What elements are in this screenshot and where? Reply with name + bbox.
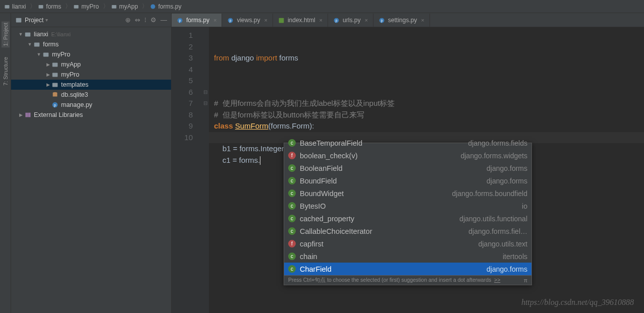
completion-item[interactable]: cchainitertools xyxy=(284,250,531,263)
expand-arrow[interactable]: ▶ xyxy=(44,82,51,87)
completion-kind-icon: c xyxy=(288,215,296,222)
completion-item[interactable]: cBoundWidgetdjango.forms.boundfield xyxy=(284,187,531,200)
locate-icon[interactable]: ⊕ xyxy=(125,16,131,24)
svg-rect-6 xyxy=(25,33,31,37)
py-icon: p xyxy=(177,17,183,24)
svg-text:p: p xyxy=(54,103,56,107)
tree-node[interactable]: ▼forms xyxy=(11,39,171,49)
tree-node[interactable]: ▶External Libraries xyxy=(11,110,171,120)
breadcrumb-item[interactable]: forms.py xyxy=(150,3,181,10)
completion-kind-icon: f xyxy=(288,240,296,247)
svg-rect-7 xyxy=(34,43,40,47)
tree-node[interactable]: db.sqlite3 xyxy=(11,90,171,100)
close-tab-icon[interactable]: × xyxy=(319,17,323,23)
svg-rect-8 xyxy=(43,53,49,57)
gear-icon[interactable]: ⚙ xyxy=(150,16,156,24)
expand-arrow[interactable]: ▶ xyxy=(44,62,51,67)
py-icon: p xyxy=(333,17,340,24)
expand-arrow[interactable]: ▶ xyxy=(44,72,51,77)
close-tab-icon[interactable]: × xyxy=(213,17,217,23)
py-icon: p xyxy=(227,17,234,24)
editor-tabs: pforms.py×pviews.py×index.html×purls.py×… xyxy=(172,13,644,27)
editor-tab[interactable]: pforms.py× xyxy=(172,14,222,27)
completion-pi-icon[interactable]: π xyxy=(524,277,527,283)
editor-tab[interactable]: purls.py× xyxy=(328,14,373,27)
project-icon xyxy=(15,17,22,24)
tree-node[interactable]: ▼myPro xyxy=(11,49,171,59)
svg-text:p: p xyxy=(230,18,232,22)
close-tab-icon[interactable]: × xyxy=(264,17,267,23)
chevron-down-icon: ▾ xyxy=(45,17,48,23)
completion-kind-icon: f xyxy=(288,152,296,159)
expand-arrow[interactable]: ▶ xyxy=(17,112,24,117)
completion-item[interactable]: cBytesIOio xyxy=(284,200,531,212)
editor-tab[interactable]: pviews.py× xyxy=(222,14,273,27)
completion-item[interactable]: cBaseTemporalFielddjango.forms.fields xyxy=(284,137,531,149)
fold-column[interactable]: ⊟⊟ xyxy=(202,27,209,313)
tool-tab[interactable]: 7: Structure xyxy=(2,55,10,87)
editor-tab[interactable]: psettings.py× xyxy=(373,14,430,27)
completion-item[interactable]: cBooleanFielddjango.forms xyxy=(284,162,531,174)
lib-icon xyxy=(24,111,31,118)
close-tab-icon[interactable]: × xyxy=(364,17,367,23)
settings-icon[interactable]: ⁝ xyxy=(144,16,146,24)
folder-icon xyxy=(51,61,59,68)
svg-rect-18 xyxy=(29,113,31,117)
svg-rect-0 xyxy=(5,5,10,9)
svg-text:p: p xyxy=(381,18,383,22)
breadcrumb-item[interactable]: lianxi xyxy=(4,3,26,10)
html-icon xyxy=(278,17,285,24)
editor-tab[interactable]: index.html× xyxy=(273,14,328,27)
completion-kind-icon: c xyxy=(288,202,296,210)
breadcrumb-item[interactable]: myPro xyxy=(73,3,99,10)
collapse-icon[interactable]: ⇔ xyxy=(135,16,140,24)
folder-icon xyxy=(51,71,59,78)
svg-rect-5 xyxy=(16,18,22,22)
expand-arrow[interactable]: ▼ xyxy=(26,42,33,47)
svg-point-4 xyxy=(151,4,155,9)
completion-kind-icon: c xyxy=(288,164,296,172)
svg-text:p: p xyxy=(179,18,181,22)
expand-arrow[interactable]: ▼ xyxy=(35,52,42,57)
completion-kind-icon: c xyxy=(288,139,296,147)
project-title: Project xyxy=(25,17,43,24)
completion-item[interactable]: fboolean_check(v)django.forms.widgets xyxy=(284,149,531,162)
completion-hint-bar: Press Ctrl+句点 to choose the selected (or… xyxy=(284,275,531,285)
project-tree[interactable]: ▼lianxiE:\lianxi▼forms▼myPro▶myApp▶myPro… xyxy=(11,27,171,313)
completion-item[interactable]: ccached_propertydjango.utils.functional xyxy=(284,212,531,225)
tree-node[interactable]: ▼lianxiE:\lianxi xyxy=(11,29,171,39)
project-tool-window: Project ▾ ⊕ ⇔ ⁝ ⚙ — ▼lianxiE:\lianxi▼for… xyxy=(11,13,172,313)
svg-rect-16 xyxy=(26,113,27,117)
folder-icon xyxy=(33,41,40,48)
completion-kind-icon: c xyxy=(288,177,296,184)
tree-node[interactable]: ▶templates xyxy=(11,80,171,90)
completion-item[interactable]: cCallableChoiceIteratordjango.forms.fiel… xyxy=(284,225,531,237)
expand-arrow[interactable]: ▼ xyxy=(17,32,24,37)
tree-node[interactable]: ▶myPro xyxy=(11,70,171,80)
svg-rect-13 xyxy=(53,93,58,97)
completion-item[interactable]: cCharFielddjango.forms xyxy=(284,263,531,275)
tree-node[interactable]: ▶myApp xyxy=(11,59,171,70)
svg-rect-3 xyxy=(112,5,117,9)
project-dropdown[interactable]: Project ▾ xyxy=(15,17,125,24)
completion-item[interactable]: cBoundFielddjango.forms xyxy=(284,174,531,187)
close-tab-icon[interactable]: × xyxy=(421,17,424,23)
hide-icon[interactable]: — xyxy=(160,16,167,24)
breadcrumb-item[interactable]: forms xyxy=(38,3,61,10)
completion-kind-icon: c xyxy=(288,265,296,273)
code-completion-popup[interactable]: cBaseTemporalFielddjango.forms.fieldsfbo… xyxy=(284,143,532,285)
completion-item[interactable]: fcapfirstdjango.utils.text xyxy=(284,237,531,250)
panel-toolbar: ⊕ ⇔ ⁝ ⚙ — xyxy=(125,16,167,24)
completion-hint-link[interactable]: >> xyxy=(494,277,500,283)
folder-icon xyxy=(51,81,59,88)
line-gutter: 12345678910 xyxy=(172,27,202,313)
completion-kind-icon: c xyxy=(288,190,296,197)
tool-tab[interactable]: 1: Project xyxy=(2,21,10,47)
py-icon: p xyxy=(379,17,385,24)
svg-rect-11 xyxy=(52,83,58,87)
tree-node[interactable]: pmanage.py xyxy=(11,100,171,110)
watermark: https://blog.csdn.net/qq_39610888 xyxy=(521,298,634,307)
vertical-tool-tabs: 1: Project7: Structure xyxy=(0,13,11,313)
breadcrumb-item[interactable]: myApp xyxy=(111,3,138,10)
db-icon xyxy=(51,91,59,98)
